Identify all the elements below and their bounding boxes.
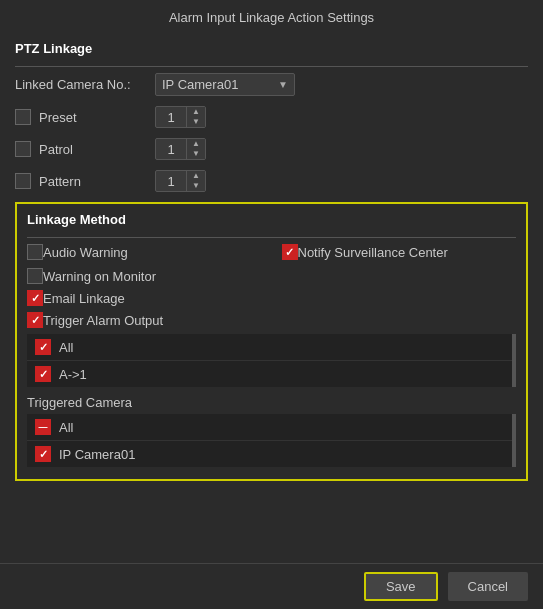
preset-label: Preset xyxy=(39,110,77,125)
ptz-divider xyxy=(15,66,528,67)
email-linkage-row[interactable]: Email Linkage xyxy=(27,290,516,306)
preset-checkbox[interactable] xyxy=(15,109,31,125)
alarm-all-row[interactable]: All xyxy=(27,334,516,361)
camera-ip1-row[interactable]: IP Camera01 xyxy=(27,441,516,467)
alarm-a1-checkbox[interactable] xyxy=(35,366,51,382)
linkage-method-section: Linkage Method Audio Warning Notify Surv… xyxy=(15,202,528,481)
patrol-value: 1 xyxy=(156,140,186,159)
content-area: PTZ Linkage Linked Camera No.: IP Camera… xyxy=(0,33,543,563)
camera-all-checkbox[interactable] xyxy=(35,419,51,435)
linkage-row-1: Audio Warning Notify Surveillance Center xyxy=(27,244,516,262)
audio-warning-row[interactable]: Audio Warning xyxy=(27,244,262,260)
camera-all-row[interactable]: All xyxy=(27,414,516,441)
patrol-down-button[interactable]: ▼ xyxy=(187,149,205,159)
linkage-section-title: Linkage Method xyxy=(27,212,516,227)
pattern-down-button[interactable]: ▼ xyxy=(187,181,205,191)
warning-monitor-checkbox[interactable] xyxy=(27,268,43,284)
linked-camera-label: Linked Camera No.: xyxy=(15,77,155,92)
linkage-divider xyxy=(27,237,516,238)
linked-camera-dropdown[interactable]: IP Camera01 ▼ xyxy=(155,73,295,96)
patrol-label: Patrol xyxy=(39,142,73,157)
alarm-output-sublist: All A->1 xyxy=(27,334,516,387)
preset-spinner-buttons: ▲ ▼ xyxy=(186,107,205,127)
triggered-camera-label: Triggered Camera xyxy=(27,395,516,410)
save-button[interactable]: Save xyxy=(364,572,438,601)
scroll-bar-2[interactable] xyxy=(512,414,516,467)
preset-up-button[interactable]: ▲ xyxy=(187,107,205,117)
pattern-value: 1 xyxy=(156,172,186,191)
patrol-checkbox[interactable] xyxy=(15,141,31,157)
alarm-all-checkbox[interactable] xyxy=(35,339,51,355)
triggered-camera-sublist: All IP Camera01 xyxy=(27,414,516,467)
audio-warning-checkbox[interactable] xyxy=(27,244,43,260)
pattern-up-button[interactable]: ▲ xyxy=(187,171,205,181)
warning-monitor-label: Warning on Monitor xyxy=(43,269,156,284)
pattern-checkbox[interactable] xyxy=(15,173,31,189)
audio-warning-label: Audio Warning xyxy=(43,245,128,260)
dialog-footer: Save Cancel xyxy=(0,563,543,609)
trigger-alarm-row[interactable]: Trigger Alarm Output xyxy=(27,312,516,328)
alarm-all-label: All xyxy=(59,340,73,355)
preset-row: Preset 1 ▲ ▼ xyxy=(15,106,528,128)
ptz-section-title: PTZ Linkage xyxy=(15,41,528,56)
camera-all-label: All xyxy=(59,420,73,435)
dialog-title: Alarm Input Linkage Action Settings xyxy=(0,0,543,33)
patrol-row: Patrol 1 ▲ ▼ xyxy=(15,138,528,160)
email-linkage-label: Email Linkage xyxy=(43,291,125,306)
pattern-spinner-buttons: ▲ ▼ xyxy=(186,171,205,191)
preset-spinner[interactable]: 1 ▲ ▼ xyxy=(155,106,206,128)
notify-surveillance-checkbox[interactable] xyxy=(282,244,298,260)
linked-camera-row: Linked Camera No.: IP Camera01 ▼ xyxy=(15,73,528,96)
triggered-camera-list: All IP Camera01 xyxy=(27,414,516,467)
patrol-up-button[interactable]: ▲ xyxy=(187,139,205,149)
warning-monitor-row[interactable]: Warning on Monitor xyxy=(27,268,516,284)
patrol-spinner-buttons: ▲ ▼ xyxy=(186,139,205,159)
preset-value: 1 xyxy=(156,108,186,127)
pattern-row: Pattern 1 ▲ ▼ xyxy=(15,170,528,192)
notify-surveillance-label: Notify Surveillance Center xyxy=(298,245,448,260)
trigger-alarm-checkbox[interactable] xyxy=(27,312,43,328)
scroll-bar-1[interactable] xyxy=(512,334,516,387)
pattern-label: Pattern xyxy=(39,174,81,189)
alarm-output-list: All A->1 xyxy=(27,334,516,387)
notify-surveillance-row[interactable]: Notify Surveillance Center xyxy=(282,244,517,260)
email-linkage-checkbox[interactable] xyxy=(27,290,43,306)
camera-ip1-label: IP Camera01 xyxy=(59,447,135,462)
linked-camera-value: IP Camera01 xyxy=(162,77,272,92)
alarm-a1-row[interactable]: A->1 xyxy=(27,361,516,387)
preset-down-button[interactable]: ▼ xyxy=(187,117,205,127)
patrol-spinner[interactable]: 1 ▲ ▼ xyxy=(155,138,206,160)
chevron-down-icon: ▼ xyxy=(278,79,288,90)
pattern-spinner[interactable]: 1 ▲ ▼ xyxy=(155,170,206,192)
trigger-alarm-label: Trigger Alarm Output xyxy=(43,313,163,328)
dialog: Alarm Input Linkage Action Settings PTZ … xyxy=(0,0,543,609)
camera-ip1-checkbox[interactable] xyxy=(35,446,51,462)
cancel-button[interactable]: Cancel xyxy=(448,572,528,601)
alarm-a1-label: A->1 xyxy=(59,367,87,382)
